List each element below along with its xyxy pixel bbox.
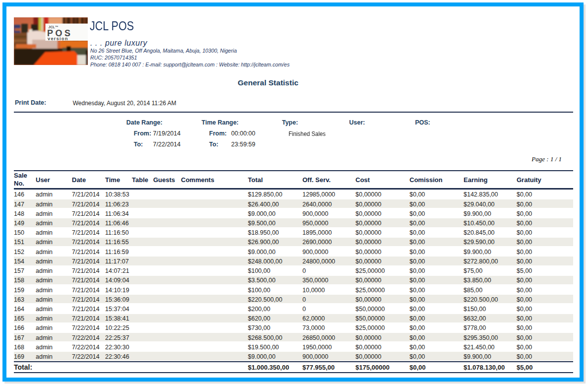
svg-text:version: version bbox=[48, 36, 68, 41]
